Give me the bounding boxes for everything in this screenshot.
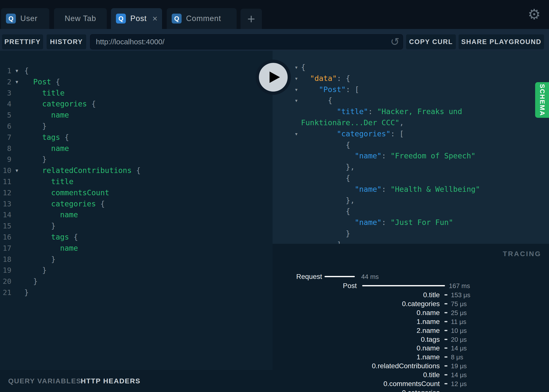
tracing-row-label: 0.categories — [402, 299, 440, 308]
response-line: ] — [273, 239, 549, 244]
query-badge: Q — [172, 14, 182, 24]
tracing-row-time: 14 μs — [451, 370, 467, 379]
tracing-row: 0.name14 μs — [273, 344, 549, 353]
tab-comment[interactable]: QComment — [167, 8, 237, 29]
tracing-row: 0.title14 μs — [273, 370, 549, 379]
tracing-row-time: 8 μs — [451, 353, 463, 362]
line-number: 3 — [0, 88, 11, 99]
response-line: } — [273, 228, 549, 239]
tracing-row: 0.tags20 μs — [273, 335, 549, 344]
query-code: name — [22, 110, 69, 121]
line-number: 4 — [0, 98, 11, 110]
tracing-duration-tick — [444, 365, 447, 367]
query-code: name — [22, 243, 78, 254]
response-line: ▾ "Post": [ — [273, 84, 549, 95]
tracing-row-label: 2.name — [417, 326, 440, 335]
fold-arrow-icon[interactable]: ▾ — [292, 73, 300, 84]
fold-slot — [11, 220, 22, 232]
line-number: 16 — [0, 232, 11, 243]
fold-arrow-icon[interactable]: ▾ — [292, 62, 300, 73]
response-line: "name": "Just For Fun" — [273, 217, 549, 228]
fold-slot — [11, 243, 22, 254]
tracing-duration-tick — [444, 321, 447, 322]
response-line: "title": "Hacker, Freaks und — [273, 106, 549, 117]
tracing-row-time: 75 μs — [451, 299, 467, 308]
tracing-row: Post167 ms — [273, 281, 549, 290]
query-line: 2▾ Post { — [0, 76, 273, 88]
play-icon — [270, 72, 280, 83]
history-button[interactable]: HISTORY — [47, 34, 86, 49]
tracing-duration-tick — [444, 356, 447, 358]
fold-slot — [11, 132, 22, 143]
fold-slot — [11, 209, 22, 220]
endpoint-url-input[interactable] — [90, 34, 403, 49]
tracing-row: Request44 ms — [273, 272, 549, 281]
query-code: } — [22, 154, 47, 165]
copy-curl-button[interactable]: COPY CURL — [406, 34, 456, 49]
tab-new-tab[interactable]: New Tab — [54, 8, 107, 29]
query-code: } — [22, 220, 55, 232]
query-line: 20 } — [0, 276, 273, 287]
query-code: name — [22, 209, 78, 220]
response-line: Funktionäre...Der CCC", — [273, 117, 549, 128]
fold-arrow-icon[interactable]: ▾ — [11, 65, 22, 76]
fold-arrow-icon[interactable]: ▾ — [11, 76, 22, 88]
tracing-row-time: 153 μs — [451, 291, 470, 299]
line-number: 5 — [0, 110, 11, 121]
fold-slot — [11, 198, 22, 210]
query-code: } — [22, 254, 55, 265]
fold-slot — [11, 110, 22, 121]
tab-http-headers[interactable]: HTTP HEADERS — [81, 370, 140, 392]
query-line: 10▾ relatedContributions { — [0, 165, 273, 176]
prettify-button[interactable]: PRETTIFY — [2, 34, 43, 49]
execute-query-button[interactable] — [256, 60, 291, 95]
tracing-row: 0.commentsCount12 μs — [273, 379, 549, 388]
tracing-duration-tick — [444, 303, 447, 304]
line-number: 17 — [0, 243, 11, 254]
share-playground-button[interactable]: SHARE PLAYGROUND — [459, 34, 544, 49]
tracing-row: 0.name25 μs — [273, 308, 549, 317]
tracing-row-label: 1.name — [417, 353, 440, 362]
tracing-row-label: Post — [343, 281, 357, 290]
response-line: { — [273, 140, 549, 151]
execute-button-circle — [259, 63, 288, 92]
fold-slot — [11, 276, 22, 287]
settings-gear-icon[interactable]: ⚙ — [527, 6, 542, 23]
response-lines: ▾{▾ "data": {▾ "Post": [▾ { "title": "Ha… — [273, 51, 549, 244]
response-line: ▾ { — [273, 95, 549, 106]
query-code: relatedContributions { — [22, 165, 141, 176]
query-code: categories { — [22, 98, 96, 110]
response-line: ▾{ — [273, 62, 549, 73]
tab-query-variables[interactable]: QUERY VARIABLES — [8, 370, 82, 392]
tracing-duration-tick — [444, 347, 447, 349]
tracing-row-time: 12 μs — [451, 379, 467, 388]
line-number: 21 — [0, 287, 11, 298]
line-number: 10 — [0, 165, 11, 176]
tab-label: User — [20, 14, 37, 23]
tab-label: Comment — [186, 14, 221, 23]
tracing-duration-tick — [444, 374, 447, 375]
fold-arrow-icon[interactable]: ▾ — [292, 95, 300, 106]
tracing-row-time: 11 μs — [451, 317, 466, 326]
fold-arrow-icon[interactable]: ▾ — [292, 128, 300, 140]
query-line: 19 } — [0, 265, 273, 276]
query-line: 7 tags { — [0, 132, 273, 143]
fold-slot — [11, 265, 22, 276]
close-tab-icon[interactable]: ✕ — [152, 15, 158, 23]
query-code: commentsCount — [22, 187, 109, 198]
fold-arrow-icon[interactable]: ▾ — [292, 84, 300, 95]
query-editor[interactable]: 1▾{2▾ Post {3 title4 categories {5 name6… — [0, 51, 273, 370]
tab-label: Post — [130, 14, 147, 23]
tracing-row-label: 0.categories — [402, 388, 440, 392]
query-line: 5 name — [0, 110, 273, 121]
reset-endpoint-icon[interactable]: ↺ — [388, 35, 401, 49]
tracing-duration-bar — [362, 285, 445, 286]
schema-side-tab[interactable]: SCHEMA — [535, 82, 549, 118]
tab-user[interactable]: QUser — [1, 8, 49, 29]
fold-arrow-icon[interactable]: ▾ — [11, 165, 22, 176]
query-line: 6 } — [0, 121, 273, 132]
tab-post[interactable]: QPost✕ — [111, 8, 162, 29]
query-code: title — [22, 88, 65, 99]
new-tab-button[interactable]: + — [241, 9, 262, 29]
query-line: 18 } — [0, 254, 273, 265]
